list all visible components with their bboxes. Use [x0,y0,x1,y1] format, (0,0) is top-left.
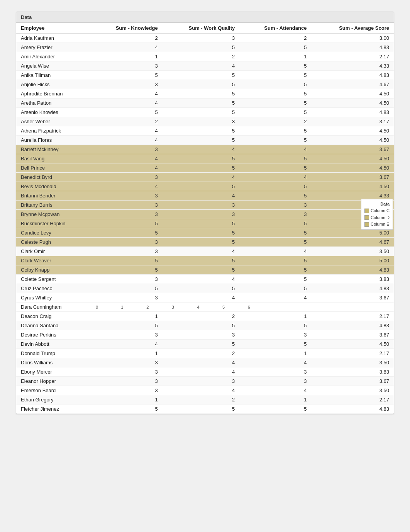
cell-work-quality: 2 [163,52,240,61]
table-row: Deacon Craig1212.17 [16,312,394,321]
cell-employee: Candice Levy [16,228,91,238]
cell-employee: Cruz Pacheco [16,284,91,293]
cell-employee: Britanni Bender [16,191,91,201]
cell-attendance: 5 [239,219,311,228]
cell-work-quality: 2 [163,349,240,358]
cell-attendance: 4 [239,247,311,256]
cell-work-quality: 4 [163,247,240,256]
cell-knowledge: 3 [91,191,163,201]
table-row: Ebony Mercer3433.83 [16,367,394,377]
cell-work-quality: 5 [163,99,240,108]
cell-employee: Bell Prince [16,163,91,173]
cell-employee: Buckminster Hopkin [16,219,91,228]
cell-work-quality: 5 [163,108,240,117]
cell-employee: Ethan Gregory [16,395,91,405]
cell-attendance: 4 [239,173,311,182]
cell-attendance: 5 [239,256,311,265]
table-row: Celeste Pugh3554.67 [16,238,394,247]
cell-knowledge: 3 [91,358,163,367]
cell-knowledge: 3 [91,386,163,395]
cell-attendance: 5 [239,405,311,414]
cell-attendance: 5 [239,99,311,108]
cell-knowledge: 2 [91,117,163,126]
cell-attendance: 5 [239,108,311,117]
cell-average-score: 3.67 [311,377,394,386]
cell-average-score: 3.67DataColumn CColumn DColumn E [311,210,394,219]
cell-work-quality: 5 [163,265,240,275]
table-row: Brynne Mcgowan3333.67DataColumn CColumn … [16,210,394,219]
cell-employee: Aphrodite Brennan [16,89,91,99]
cell-employee: Ebony Mercer [16,367,91,377]
cell-work-quality: 5 [163,126,240,136]
cell-average-score: 4.67 [311,238,394,247]
table-row: Anika Tillman5554.83 [16,71,394,80]
cell-knowledge: 4 [91,182,163,191]
cell-attendance: 1 [239,312,311,321]
cell-work-quality: 5 [163,154,240,163]
table-row: Candice Levy5555.00 [16,228,394,238]
cell-average-score: 4.83 [311,405,394,414]
cell-employee: Adria Kaufman [16,34,91,43]
col-knowledge: Sum - Knowledge [91,23,163,34]
cell-attendance: 5 [239,228,311,238]
cell-employee: Devin Abbott [16,340,91,349]
cell-work-quality: 5 [163,256,240,265]
cell-average-score: 4.50 [311,182,394,191]
cell-work-quality: 5 [163,228,240,238]
cell-work-quality: 3 [163,117,240,126]
cell-employee: Aurelia Flores [16,136,91,145]
cell-work-quality: 5 [163,284,240,293]
cell-work-quality: 5 [163,405,240,414]
cell-employee: Deacon Craig [16,312,91,321]
table-row: Colette Sargent3453.83 [16,275,394,284]
cell-knowledge: 5 [91,321,163,330]
table-row: Angela Wise3454.33 [16,61,394,71]
cell-average-score: 3.50 [311,386,394,395]
cell-average-score: 3.50 [311,358,394,367]
axis-label-employee: Dara Cunningham [16,303,91,312]
table-row: Bell Prince4554.50 [16,163,394,173]
cell-work-quality: 5 [163,71,240,80]
cell-work-quality: 5 [163,89,240,99]
cell-knowledge: 5 [91,284,163,293]
cell-employee: Emerson Beard [16,386,91,395]
cell-knowledge: 1 [91,395,163,405]
cell-average-score: 3.67 [311,145,394,154]
cell-employee: Cyrus Whitley [16,293,91,303]
table-row: Athena Fitzpatrick4554.50 [16,126,394,136]
cell-average-score: 3.67 [311,173,394,182]
table-row: Britanni Bender3454.33 [16,191,394,201]
cell-average-score: 2.17 [311,52,394,61]
cell-work-quality: 5 [163,163,240,173]
cell-work-quality: 5 [163,219,240,228]
cell-employee: Amery Frazier [16,43,91,52]
legend-item: Column E [364,221,390,228]
main-table-container: Data Employee Sum - Knowledge Sum - Work… [16,12,394,414]
table-row: Asher Weber2323.17 [16,117,394,126]
table-row: Benedict Byrd3443.67 [16,173,394,182]
cell-average-score: 2.17 [311,312,394,321]
table-row: Eleanor Hopper3333.67 [16,377,394,386]
cell-knowledge: 5 [91,219,163,228]
legend-swatch [364,215,369,220]
cell-knowledge: 1 [91,52,163,61]
data-header: Data [16,12,394,23]
cell-knowledge: 3 [91,173,163,182]
cell-average-score: 4.83 [311,108,394,117]
cell-attendance: 5 [239,340,311,349]
cell-knowledge: 3 [91,293,163,303]
axis-row: Dara Cunningham 0123456 [16,303,394,312]
legend-box: DataColumn CColumn DColumn E [361,199,393,229]
cell-employee: Eleanor Hopper [16,377,91,386]
cell-attendance: 4 [239,386,311,395]
table-row: Doris Williams3443.50 [16,358,394,367]
cell-attendance: 5 [239,191,311,201]
cell-employee: Athena Fitzpatrick [16,126,91,136]
cell-employee: Asher Weber [16,117,91,126]
cell-average-score: 4.33 [311,61,394,71]
cell-attendance: 3 [239,201,311,210]
cell-knowledge: 1 [91,349,163,358]
cell-attendance: 2 [239,34,311,43]
cell-knowledge: 3 [91,61,163,71]
cell-work-quality: 5 [163,182,240,191]
